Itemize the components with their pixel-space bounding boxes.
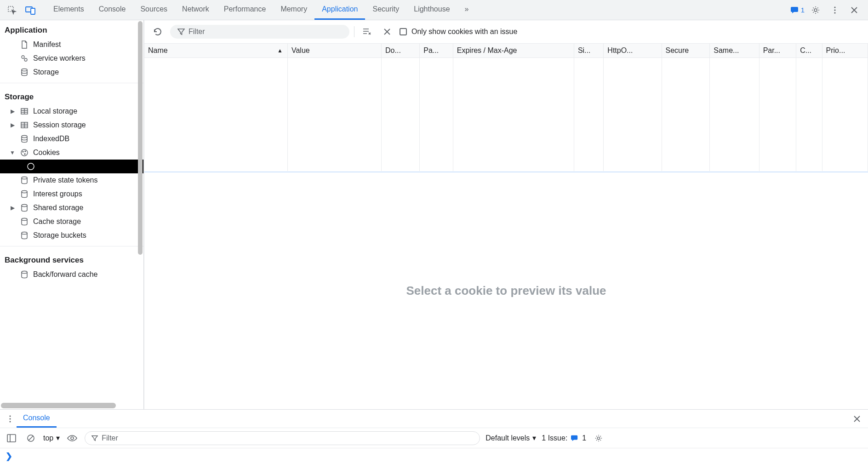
close-devtools-icon[interactable] (846, 2, 862, 18)
svg-rect-2 (31, 8, 35, 14)
settings-gear-icon[interactable] (807, 2, 824, 18)
col-partition[interactable]: Par... (759, 44, 796, 58)
only-issue-label: Only show cookies with an issue (411, 28, 517, 36)
col-domain[interactable]: Do... (382, 44, 420, 58)
devtools-top-toolbar: Elements Console Sources Network Perform… (0, 0, 868, 20)
sidebar-item-interest-groups[interactable]: Interest groups (0, 187, 143, 201)
expand-arrow-icon[interactable]: ▶ (9, 205, 16, 211)
only-issue-checkbox[interactable]: Only show cookies with an issue (400, 28, 517, 36)
panel-tabs: Elements Console Sources Network Perform… (46, 0, 789, 20)
drawer-close-icon[interactable] (850, 415, 864, 423)
database-icon (19, 189, 29, 199)
sidebar-item-label: Private state tokens (33, 176, 98, 184)
tab-application[interactable]: Application (314, 0, 365, 20)
console-prompt-icon: ❯ (6, 452, 12, 461)
sidebar-item-storage-overview[interactable]: Storage (0, 65, 143, 79)
drawer-kebab-icon[interactable] (4, 415, 17, 423)
sidebar-item-label: Storage (33, 68, 59, 76)
col-size[interactable]: Si... (574, 44, 603, 58)
col-expires[interactable]: Expires / Max-Age (453, 44, 574, 58)
log-levels-select[interactable]: Default levels ▾ (485, 434, 536, 442)
sidebar-item-shared-storage[interactable]: ▶ Shared storage (0, 201, 143, 215)
sidebar-item-cache-storage[interactable]: Cache storage (0, 215, 143, 229)
separator (354, 26, 354, 37)
tab-security[interactable]: Security (365, 0, 406, 20)
sidebar-item-service-workers[interactable]: Service workers (0, 51, 143, 65)
tab-memory[interactable]: Memory (273, 0, 314, 20)
svg-point-25 (10, 418, 11, 419)
col-samesite[interactable]: Same... (710, 44, 759, 58)
table-header-row: Name▲ Value Do... Pa... Expires / Max-Ag… (144, 44, 868, 58)
col-value[interactable]: Value (287, 44, 381, 58)
console-filter-input[interactable]: Filter (85, 431, 480, 445)
console-body[interactable]: ❯ (0, 448, 868, 469)
expand-arrow-icon[interactable]: ▶ (9, 122, 16, 128)
cookies-filter-input[interactable]: Filter (170, 25, 349, 39)
sidebar-item-cookies[interactable]: ▼ Cookies (0, 146, 143, 160)
tab-lighthouse[interactable]: Lighthouse (406, 0, 457, 20)
live-expression-icon[interactable] (65, 431, 79, 445)
clear-all-icon[interactable] (359, 24, 375, 40)
col-cross[interactable]: C... (796, 44, 822, 58)
svg-point-30 (598, 437, 600, 439)
console-issues-link[interactable]: 1 Issue: 1 (542, 434, 586, 442)
clear-icon[interactable] (379, 24, 395, 40)
svg-point-24 (10, 415, 11, 417)
sidebar-hscrollbar[interactable] (0, 402, 143, 409)
console-toolbar: top ▾ Filter Default levels ▾ 1 Issue: 1 (0, 428, 868, 448)
cookies-panel: Filter Only show cookies with an issue (144, 20, 868, 409)
tab-performance[interactable]: Performance (217, 0, 274, 20)
reload-icon[interactable] (150, 24, 166, 40)
tab-network[interactable]: Network (175, 0, 217, 20)
col-httponly[interactable]: HttpO... (604, 44, 662, 58)
sidebar-item-storage-buckets[interactable]: Storage buckets (0, 229, 143, 242)
sidebar-divider (0, 246, 143, 246)
sidebar-item-indexeddb[interactable]: IndexedDB (0, 132, 143, 146)
sidebar-item-cookie-origin[interactable] (0, 160, 143, 173)
sidebar-item-label: IndexedDB (33, 135, 69, 143)
execution-context-select[interactable]: top ▾ (43, 434, 60, 442)
svg-point-26 (10, 421, 11, 422)
preview-empty-message: Select a cookie to preview its value (406, 284, 606, 298)
sidebar-item-label: Manifest (33, 40, 61, 49)
drawer-tab-console[interactable]: Console (17, 410, 57, 428)
inspect-element-icon[interactable] (4, 2, 20, 18)
sidebar-item-label: Local storage (33, 107, 77, 115)
collapse-arrow-icon[interactable]: ▼ (9, 149, 16, 156)
svg-point-16 (24, 154, 25, 154)
sidebar-item-local-storage[interactable]: ▶ Local storage (0, 104, 143, 118)
svg-point-5 (834, 9, 835, 11)
svg-point-3 (814, 9, 817, 11)
sidebar-vscrollbar[interactable] (137, 20, 143, 409)
scope-label: top (43, 434, 53, 442)
device-toolbar-icon[interactable] (22, 2, 39, 18)
console-sidebar-toggle-icon[interactable] (5, 431, 18, 445)
tab-elements[interactable]: Elements (46, 0, 91, 20)
gears-icon (19, 53, 29, 63)
issues-label: 1 Issue: (542, 434, 567, 442)
sidebar-item-bfcache[interactable]: Back/forward cache (0, 268, 143, 281)
more-tabs-icon[interactable]: » (457, 0, 476, 20)
col-secure[interactable]: Secure (662, 44, 710, 58)
kebab-menu-icon[interactable] (827, 2, 843, 18)
section-application-title: Application (0, 20, 143, 38)
svg-rect-27 (7, 435, 16, 442)
svg-point-23 (22, 271, 27, 274)
sidebar-item-manifest[interactable]: Manifest (0, 38, 143, 51)
sidebar-item-private-state-tokens[interactable]: Private state tokens (0, 173, 143, 187)
tab-sources[interactable]: Sources (133, 0, 175, 20)
chevron-down-icon: ▾ (56, 434, 60, 442)
database-icon (19, 203, 29, 213)
col-path[interactable]: Pa... (420, 44, 453, 58)
clear-console-icon[interactable] (24, 431, 38, 445)
col-name[interactable]: Name▲ (144, 44, 287, 58)
svg-point-20 (22, 205, 27, 207)
console-settings-gear-icon[interactable] (592, 431, 605, 445)
col-priority[interactable]: Prio... (822, 44, 868, 58)
expand-arrow-icon[interactable]: ▶ (9, 108, 16, 114)
sidebar-item-session-storage[interactable]: ▶ Session storage (0, 118, 143, 132)
tab-console[interactable]: Console (91, 0, 133, 20)
svg-point-19 (22, 191, 27, 193)
issues-badge[interactable]: 1 (791, 6, 805, 14)
database-icon (19, 134, 29, 144)
